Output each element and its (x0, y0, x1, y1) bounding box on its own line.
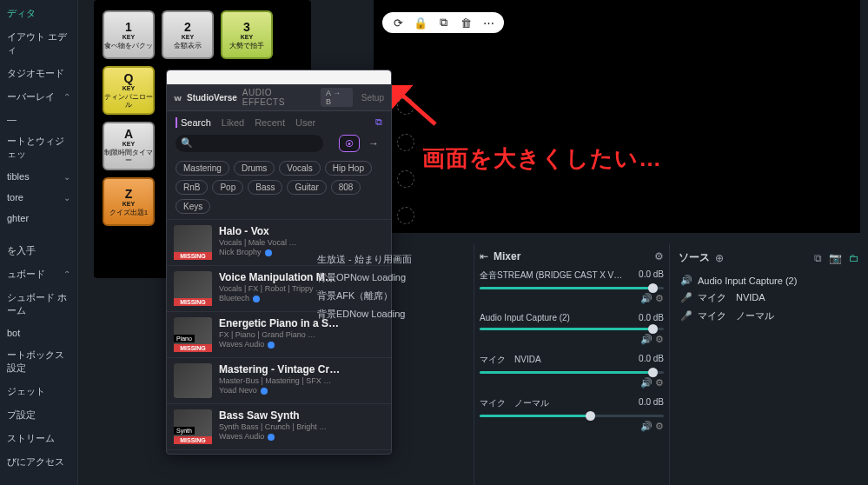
mixer-track: Audio Input Capture (2)0.0 dB🔊 ⚙ (480, 313, 664, 345)
ab-toggle[interactable]: A → B (321, 88, 353, 107)
volume-slider[interactable] (480, 371, 664, 374)
mute-icon[interactable]: 🔊 (640, 377, 653, 388)
lock-icon[interactable]: 🔒 (414, 16, 427, 30)
mute-icon[interactable]: 🔊 (640, 293, 653, 303)
sidebar-item-13[interactable]: bot (0, 322, 77, 343)
sidebar-item-8[interactable]: ghter (0, 208, 77, 229)
chain-slot-2[interactable] (397, 134, 414, 151)
tag-pop[interactable]: Pop (212, 180, 243, 195)
scene-item[interactable]: 背景EDNow Loading (314, 305, 468, 323)
tag-guitar[interactable]: Guitar (287, 180, 326, 195)
audio-match-button[interactable]: ⦿ (339, 135, 360, 152)
track-settings-icon[interactable]: ⚙ (655, 334, 664, 344)
preset-thumb: PianoMISSING (174, 317, 212, 352)
source-type-icon: 🎤 (680, 310, 692, 322)
chain-slot-4[interactable] (397, 207, 414, 224)
mute-icon[interactable]: 🔊 (640, 421, 653, 431)
tag-bass[interactable]: Bass (248, 180, 282, 195)
sidebar-item-5[interactable]: ートとウィジェッ (0, 130, 77, 166)
track-settings-icon[interactable]: ⚙ (655, 293, 664, 303)
sources-folder-icon[interactable]: 🗀 (849, 252, 859, 264)
tab-recent[interactable]: Recent (255, 117, 285, 128)
sidebar-item-9[interactable] (0, 229, 77, 239)
setup-button[interactable]: Setup (361, 93, 384, 103)
track-name: 全音STREAM (BRIDGE CAST X V… (480, 269, 622, 282)
sidebar-item-10[interactable]: を入手 (0, 239, 77, 262)
refresh-icon[interactable]: ⟳ (391, 16, 405, 30)
tab-user[interactable]: User (295, 117, 315, 128)
mixer-collapse-icon[interactable]: ⇤ (480, 250, 488, 262)
window-titlebar[interactable] (167, 70, 391, 84)
source-item[interactable]: 🔊Audio Input Capture (2) (679, 272, 859, 289)
tab-liked[interactable]: Liked (222, 117, 244, 128)
mixer-settings-icon[interactable]: ⚙ (654, 250, 664, 262)
volume-slider[interactable] (480, 328, 664, 330)
duplicate-icon[interactable]: ⧉ (436, 16, 450, 30)
tag-mastering[interactable]: Mastering (176, 161, 229, 176)
sidebar-item-11[interactable]: ュボード⌃ (0, 262, 77, 286)
scene-item[interactable]: 生放送 - 始まり用画面 (314, 250, 468, 269)
expand-arrow-icon[interactable]: → (365, 137, 382, 149)
track-settings-icon[interactable]: ⚙ (655, 377, 664, 388)
tab-search[interactable]: Search (176, 117, 211, 128)
sources-popout-icon[interactable]: ⧉ (814, 252, 822, 264)
scenes-panel: 生放送 - 始まり用画面背景OPNow Loading背景AFK（離席）背景ED… (308, 243, 474, 485)
sidebar-item-18[interactable]: びにアクセス (0, 450, 77, 474)
volume-slider[interactable] (480, 415, 664, 417)
pad-3[interactable]: 3KEY大勢で拍手 (221, 10, 273, 59)
tag-hip-hop[interactable]: Hip Hop (325, 161, 372, 176)
track-name: マイク NVIDA (480, 354, 541, 366)
search-input[interactable] (176, 135, 323, 152)
pad-2[interactable]: 2KEY金額表示 (162, 10, 214, 59)
sidebar-item-6[interactable]: tibles⌄ (0, 166, 77, 187)
trash-icon[interactable]: 🗑 (459, 16, 473, 30)
preset-desc: Vocals | Male Vocal … (219, 238, 296, 247)
sidebar-item-0[interactable]: ディタ (0, 2, 77, 25)
sv-header: 𝘄 StudioVerse AUDIO EFFECTS A → B Setup (167, 84, 391, 111)
pad-1[interactable]: 1KEY食べ物をバクッ (103, 10, 155, 59)
tag-drums[interactable]: Drums (234, 161, 275, 176)
pad-A[interactable]: AKEY制限時間タイマー (103, 122, 155, 170)
sidebar-item-17[interactable]: ストリーム (0, 427, 77, 450)
chain-slots (392, 78, 420, 243)
pad-Q[interactable]: QKEYティンパニロール (103, 66, 155, 115)
sidebar-item-15[interactable]: ジェット (0, 380, 77, 403)
sidebar-item-1[interactable]: イアウト エディ (0, 25, 77, 62)
sidebar-item-12[interactable]: シュボード ホーム (0, 286, 77, 322)
track-name: マイク ノーマル (480, 397, 549, 409)
chain-slot-1[interactable] (397, 97, 414, 115)
more-icon[interactable]: ⋯ (481, 16, 495, 30)
sidebar-item-2[interactable]: タジオモード (0, 62, 77, 85)
sources-camera-icon[interactable]: 📷 (829, 252, 842, 264)
volume-slider[interactable] (480, 287, 664, 289)
preset-thumb: MISSING (174, 225, 212, 260)
sidebar-item-3[interactable]: ーバーレイ⌃ (0, 85, 77, 109)
tag-keys[interactable]: Keys (176, 199, 210, 214)
tag-rnb[interactable]: RnB (176, 180, 208, 195)
preview-area (374, 0, 860, 233)
pad-Z[interactable]: ZKEYクイズ出題1 (103, 177, 155, 226)
track-settings-icon[interactable]: ⚙ (655, 421, 664, 431)
add-source-icon[interactable]: ⊕ (715, 252, 724, 264)
mute-icon[interactable]: 🔊 (640, 334, 653, 344)
sidebar-item-4[interactable]: — (0, 109, 77, 130)
track-db: 0.0 dB (639, 354, 664, 366)
source-item[interactable]: 🎤マイク ノーマル (679, 307, 859, 325)
chain-slot-3[interactable] (397, 170, 414, 188)
sources-title: ソース (679, 250, 710, 265)
tag-808[interactable]: 808 (331, 180, 361, 195)
scene-item[interactable]: 背景AFK（離席） (314, 287, 468, 305)
sidebar-item-16[interactable]: プ設定 (0, 403, 77, 427)
tag-vocals[interactable]: Vocals (279, 161, 320, 176)
lower-dock: 生放送 - 始まり用画面背景OPNow Loading背景AFK（離席）背景ED… (308, 243, 868, 485)
left-sidebar: ディタイアウト エディタジオモードーバーレイ⌃—ートとウィジェッtibles⌄t… (0, 0, 78, 485)
preset-thumb: SynthMISSING (174, 409, 212, 444)
track-db: 0.0 dB (639, 269, 664, 282)
external-link-icon[interactable]: ⧉ (375, 116, 382, 128)
source-item[interactable]: 🎤マイク NVIDA (679, 289, 859, 307)
search-icon: 🔍 (181, 137, 193, 149)
scene-item[interactable]: 背景OPNow Loading (314, 269, 468, 287)
track-db: 0.0 dB (639, 313, 664, 322)
sidebar-item-14[interactable]: ートボックス設定 (0, 343, 77, 380)
sidebar-item-7[interactable]: tore⌄ (0, 187, 77, 208)
